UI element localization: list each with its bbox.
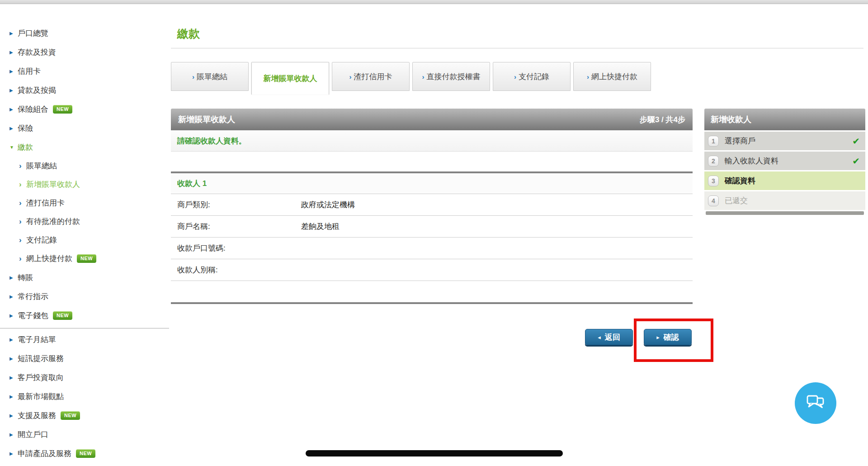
sidebar-item-label: 常行指示 (18, 291, 48, 302)
field-label: 商戶名稱: (171, 221, 301, 232)
confirm-message: 請確認收款人資料。 (171, 130, 693, 152)
sidebar-item[interactable]: ▶信用卡 (0, 62, 169, 81)
new-badge: NEW (77, 254, 96, 263)
chevron-right-icon: › (422, 73, 425, 81)
step-number-badge: 2 (708, 156, 719, 166)
tab-item[interactable]: ›賬單總結 (171, 62, 249, 91)
chevron-right-icon: › (192, 73, 194, 81)
sidebar-item[interactable]: ▶轉賬 (0, 268, 169, 287)
sidebar-item-label: 繳款 (18, 142, 33, 152)
step-number-badge: 4 (708, 195, 719, 206)
sidebar-item-label: 信用卡 (18, 66, 41, 76)
sidebar-item-label: 貸款及按揭 (18, 85, 56, 95)
sidebar-subitem[interactable]: ›網上快捷付款NEW (0, 249, 169, 268)
payee-section-title: 收款人 1 (171, 173, 693, 194)
sidebar-item-label: 最新市場觀點 (18, 391, 64, 402)
tab-strip: ›賬單總結›新增賬單收款人›渣打信用卡›直接付款授權書›支付記錄›網上快捷付款 (171, 62, 654, 95)
sidebar-subitem[interactable]: ›有待批准的付款 (0, 212, 169, 231)
tab-item[interactable]: ›渣打信用卡 (332, 62, 410, 91)
sidebar-item[interactable]: ▶支援及服務NEW (0, 406, 169, 425)
wizard-title: 新增收款人 (704, 109, 865, 130)
sidebar-item[interactable]: ▶常行指示 (0, 287, 169, 306)
triangle-right-icon: ▶ (9, 413, 18, 418)
back-button-label: 返回 (605, 332, 620, 342)
table-row: 收款人別稱: (171, 259, 693, 281)
tab-label: 渣打信用卡 (354, 71, 392, 82)
sidebar-item[interactable]: ▶戶口總覽 (0, 24, 169, 43)
field-value: 差餉及地租 (301, 221, 340, 232)
chevron-right-icon: › (19, 255, 26, 262)
triangle-right-icon: ▶ (9, 356, 18, 361)
action-buttons: ◂ 返回 ▸ 確認 (171, 329, 693, 345)
field-label: 收款人別稱: (171, 265, 301, 275)
browser-chrome-strip (0, 0, 868, 4)
sidebar-item[interactable]: ▶貸款及按揭 (0, 81, 169, 100)
wizard-step: 3確認資料 (704, 171, 865, 190)
new-badge: NEW (53, 311, 72, 320)
sidebar-item-label: 開立戶口 (18, 429, 48, 440)
new-badge: NEW (61, 411, 80, 420)
step-number-badge: 1 (708, 136, 719, 147)
field-label: 商戶類別: (171, 200, 301, 210)
wizard-step: 1選擇商戶✔ (704, 132, 865, 150)
table-row: 收款戶口號碼: (171, 238, 693, 259)
back-button[interactable]: ◂ 返回 (585, 329, 633, 345)
sidebar-item-label: 電子錢包 (18, 310, 48, 321)
wizard-step-label: 已遞交 (725, 195, 860, 206)
chat-button[interactable] (795, 382, 836, 424)
page-title: 繳款 (177, 26, 200, 41)
triangle-right-icon: ▶ (9, 451, 18, 456)
triangle-right-icon: ▶ (9, 337, 18, 342)
arrow-left-icon: ◂ (598, 334, 601, 341)
table-row: 商戶名稱:差餉及地租 (171, 216, 693, 238)
wizard-step-label: 選擇商戶 (725, 136, 852, 146)
tab-label: 新增賬單收款人 (264, 73, 317, 84)
sidebar-item[interactable]: ▼繳款 (0, 138, 169, 157)
checkmark-icon: ✔ (852, 136, 860, 147)
sidebar-item[interactable]: ▶保險 (0, 119, 169, 138)
tab-item[interactable]: ›網上快捷付款 (573, 62, 651, 91)
chevron-right-icon: › (19, 181, 26, 188)
sidebar-item[interactable]: ▶電子月結單 (0, 330, 169, 349)
sidebar-item-label: 戶口總覽 (18, 28, 48, 38)
tab-item[interactable]: ›支付記錄 (493, 62, 571, 91)
wizard-step-label: 輸入收款人資料 (725, 156, 852, 166)
chevron-right-icon: › (19, 236, 26, 244)
triangle-right-icon: ▶ (9, 275, 18, 280)
triangle-right-icon: ▶ (9, 31, 18, 36)
chat-bubbles-icon (805, 392, 826, 414)
field-value: 政府或法定機構 (301, 200, 355, 210)
sidebar-item[interactable]: ▶短訊提示服務 (0, 349, 169, 368)
sidebar-subitem-label: 網上快捷付款 (26, 253, 72, 264)
payee-details-table: 商戶類別:政府或法定機構商戶名稱:差餉及地租收款戶口號碼:收款人別稱: (171, 194, 693, 281)
sidebar-item[interactable]: ▶保險組合NEW (0, 100, 169, 119)
sidebar-item-label: 電子月結單 (18, 334, 56, 345)
tab-label: 網上快捷付款 (591, 71, 637, 82)
triangle-right-icon: ▶ (9, 107, 18, 112)
sidebar-item[interactable]: ▶客戶投資取向 (0, 368, 169, 387)
sidebar-subitem-label: 支付記錄 (26, 235, 57, 245)
chevron-right-icon: › (587, 73, 589, 81)
new-badge: NEW (53, 105, 72, 114)
new-badge: NEW (76, 449, 95, 458)
sidebar-subitem[interactable]: ›新增賬單收款人 (0, 175, 169, 194)
triangle-right-icon: ▶ (9, 394, 18, 399)
sidebar-item[interactable]: ▶申請產品及服務NEW (0, 444, 169, 463)
triangle-right-icon: ▶ (9, 88, 18, 93)
sidebar-subitem[interactable]: ›支付記錄 (0, 231, 169, 249)
tab-item[interactable]: ›直接付款授權書 (412, 62, 490, 91)
sidebar-item[interactable]: ▶最新市場觀點 (0, 387, 169, 406)
chevron-right-icon: › (19, 218, 26, 225)
field-label: 收款戶口號碼: (171, 243, 301, 253)
sidebar-item[interactable]: ▶存款及投資 (0, 43, 169, 62)
sidebar-subitem[interactable]: ›賬單總結 (0, 157, 169, 175)
chevron-right-icon: › (514, 73, 516, 81)
sidebar-subitem[interactable]: ›渣打信用卡 (0, 194, 169, 212)
sidebar-nav: ▶戶口總覽▶存款及投資▶信用卡▶貸款及按揭▶保險組合NEW▶保險▼繳款›賬單總結… (0, 24, 169, 463)
sidebar-subitem-label: 有待批准的付款 (26, 216, 80, 227)
tab-active[interactable]: ›新增賬單收款人 (251, 62, 329, 95)
sidebar-item[interactable]: ▶開立戶口 (0, 425, 169, 444)
sidebar-item[interactable]: ▶電子錢包NEW (0, 306, 169, 325)
sidebar-item-label: 存款及投資 (18, 47, 56, 57)
triangle-down-icon: ▼ (9, 145, 18, 150)
